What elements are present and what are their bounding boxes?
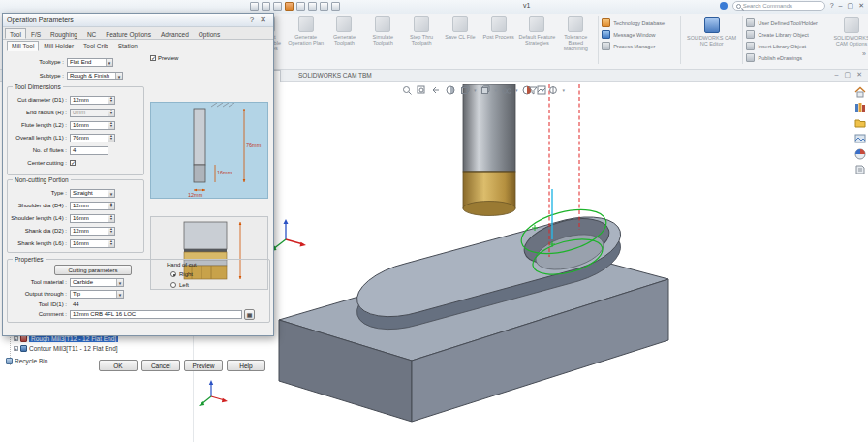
- output-through-select[interactable]: Tip▾: [70, 290, 124, 299]
- graphics-viewport[interactable]: ▾ ▾ ▾ ▾ ▾: [194, 82, 868, 442]
- search-commands-box[interactable]: Search Commands: [732, 1, 825, 11]
- expander-icon[interactable]: +: [14, 346, 18, 351]
- view-palette-icon[interactable]: [854, 131, 866, 142]
- display-style-icon[interactable]: [480, 84, 491, 95]
- tool-type-select[interactable]: Flat End▾: [67, 58, 113, 67]
- custom-properties-icon[interactable]: [854, 162, 866, 174]
- ribbon-button-default-feature-strategies[interactable]: Default Feature Strategies: [518, 14, 557, 66]
- shank-length-input[interactable]: 16mm: [70, 239, 108, 248]
- view-orientation-icon[interactable]: [459, 84, 470, 95]
- tab-tool[interactable]: Tool: [5, 28, 26, 39]
- subtab-mill-holder[interactable]: Mill Holder: [39, 41, 78, 51]
- ok-button[interactable]: OK: [99, 360, 138, 371]
- filter-icon[interactable]: [527, 84, 538, 95]
- center-cutting-checkbox[interactable]: ✓: [70, 160, 76, 166]
- preview-checkbox-row[interactable]: ✓ Preview: [150, 53, 178, 63]
- minimize-button[interactable]: –: [839, 1, 843, 11]
- process-manager-button[interactable]: Process Manager: [602, 42, 677, 50]
- user-account-icon[interactable]: [720, 2, 728, 10]
- flute-length-input[interactable]: 16mm: [70, 121, 108, 130]
- dialog-close-icon[interactable]: ✕: [257, 16, 269, 24]
- hand-right-radio-row[interactable]: Right: [170, 271, 193, 277]
- num-flutes-input[interactable]: 4: [70, 146, 108, 155]
- cut-diameter-input[interactable]: 12mm: [70, 96, 108, 105]
- open-icon[interactable]: [262, 2, 270, 11]
- hand-left-radio-row[interactable]: Left: [170, 282, 189, 288]
- tab-options[interactable]: Options: [194, 28, 225, 39]
- dropdown-arrow-icon[interactable]: ▾: [474, 87, 477, 93]
- restore-button[interactable]: ▢: [848, 1, 854, 11]
- dropdown-arrow-icon[interactable]: ▾: [495, 87, 498, 93]
- dialog-title-bar[interactable]: Operation Parameters ? ✕: [3, 14, 273, 27]
- subtab-station[interactable]: Station: [113, 41, 142, 51]
- tree-item-contour-mill3[interactable]: + Contour Mill3[T11 - 12 Flat End]: [14, 344, 118, 353]
- tab-advanced[interactable]: Advanced: [156, 28, 194, 39]
- technology-database-button[interactable]: Technology Database: [602, 18, 677, 27]
- appearances-scenes-icon[interactable]: [854, 146, 866, 158]
- nc-editor-button[interactable]: SOLIDWORKS CAM NC Editor: [684, 14, 740, 66]
- comment-input[interactable]: 12mm CRB 4FL 16 LOC: [70, 310, 242, 319]
- ribbon-button-post-process[interactable]: Post Process: [480, 14, 518, 66]
- ribbon-button-step-thru-toolpath[interactable]: Step Thru Toolpath: [402, 14, 441, 66]
- redo-icon[interactable]: [308, 2, 317, 11]
- tab-fs[interactable]: F/S: [26, 28, 46, 39]
- shoulder-length-input[interactable]: 16mm: [70, 214, 108, 223]
- zoom-fit-icon[interactable]: [401, 84, 412, 95]
- doc-minimize-icon[interactable]: –: [835, 71, 839, 79]
- overall-length-input[interactable]: 76mm: [70, 134, 108, 142]
- comment-browse-button[interactable]: ▦: [244, 309, 255, 320]
- ribbon-button-generate-operation-plan[interactable]: Generate Operation Plan: [287, 14, 326, 66]
- insert-library-object-button[interactable]: Insert Library Object: [746, 42, 835, 50]
- tab-feature-options[interactable]: Feature Options: [101, 28, 156, 39]
- tab-solidworks-cam-tbm[interactable]: SOLIDWORKS CAM TBM: [291, 70, 380, 82]
- left-radio[interactable]: [170, 282, 176, 288]
- spinner-icon[interactable]: ▲▼: [108, 96, 115, 105]
- print-icon[interactable]: [285, 2, 294, 11]
- hide-show-items-icon[interactable]: [501, 84, 512, 95]
- shank-dia-input[interactable]: 12mm: [70, 227, 108, 236]
- subtab-tool-crib[interactable]: Tool Crib: [78, 41, 113, 51]
- ribbon-overflow-chevron[interactable]: »: [862, 50, 866, 57]
- dialog-help-icon[interactable]: ?: [247, 16, 257, 24]
- help-button[interactable]: Help: [227, 360, 265, 371]
- cam-options-button[interactable]: SOLIDWORKS CAM Options: [835, 14, 868, 66]
- tab-nc[interactable]: NC: [82, 28, 101, 39]
- help-icon[interactable]: ?: [830, 1, 834, 11]
- instant3d-icon[interactable]: [548, 84, 559, 95]
- preview-button[interactable]: Preview: [184, 360, 223, 371]
- zoom-area-icon[interactable]: [416, 84, 426, 95]
- create-library-object-button[interactable]: Create Library Object: [746, 30, 835, 39]
- non-cutting-type-select[interactable]: Straight▾: [70, 189, 115, 198]
- ribbon-button-save-cl-file[interactable]: Save CL File: [441, 14, 480, 66]
- user-defined-tool-button[interactable]: User Defined Tool/Holder: [746, 18, 835, 27]
- operation-parameters-dialog[interactable]: Operation Parameters ? ✕ Tool F/S Roughi…: [2, 13, 274, 336]
- spinner-icon[interactable]: ▲▼: [108, 121, 115, 130]
- subtab-mill-tool[interactable]: Mill Tool: [7, 41, 39, 51]
- right-radio[interactable]: [170, 271, 176, 277]
- close-button[interactable]: ✕: [858, 1, 864, 11]
- ribbon-button-tolerance-based-machining[interactable]: Tolerance Based Machining: [556, 14, 595, 66]
- dropdown-arrow-icon[interactable]: ▾: [515, 87, 518, 93]
- spinner-icon[interactable]: ▲▼: [108, 202, 115, 210]
- ribbon-button-simulate-toolpath[interactable]: Simulate Toolpath: [363, 14, 402, 66]
- doc-restore-icon[interactable]: ▢: [845, 71, 852, 79]
- spinner-icon[interactable]: ▲▼: [108, 214, 115, 223]
- ribbon-button-generate-toolpath[interactable]: Generate Toolpath: [326, 14, 364, 66]
- design-library-icon[interactable]: [854, 100, 866, 111]
- shoulder-dia-input[interactable]: 12mm: [70, 202, 108, 210]
- tool-material-select[interactable]: Carbide▾: [70, 278, 124, 287]
- spinner-icon[interactable]: ▲▼: [108, 134, 115, 142]
- dropdown-arrow-icon[interactable]: ▾: [542, 87, 544, 93]
- cutting-parameters-button[interactable]: Cutting parameters: [54, 265, 132, 275]
- solidworks-resources-icon[interactable]: [854, 84, 866, 96]
- spinner-icon[interactable]: ▲▼: [108, 227, 115, 236]
- subtype-select[interactable]: Rough & Finish▾: [67, 72, 123, 80]
- message-window-button[interactable]: Message Window: [602, 30, 677, 39]
- tab-roughing[interactable]: Roughing: [46, 28, 82, 39]
- new-document-icon[interactable]: [250, 2, 259, 11]
- file-explorer-icon[interactable]: [854, 115, 866, 127]
- undo-icon[interactable]: [296, 2, 305, 11]
- tree-item-recycle-bin[interactable]: Recycle Bin: [6, 357, 47, 365]
- rebuild-icon[interactable]: [320, 2, 328, 11]
- publish-edrawings-button[interactable]: Publish eDrawings: [746, 53, 835, 62]
